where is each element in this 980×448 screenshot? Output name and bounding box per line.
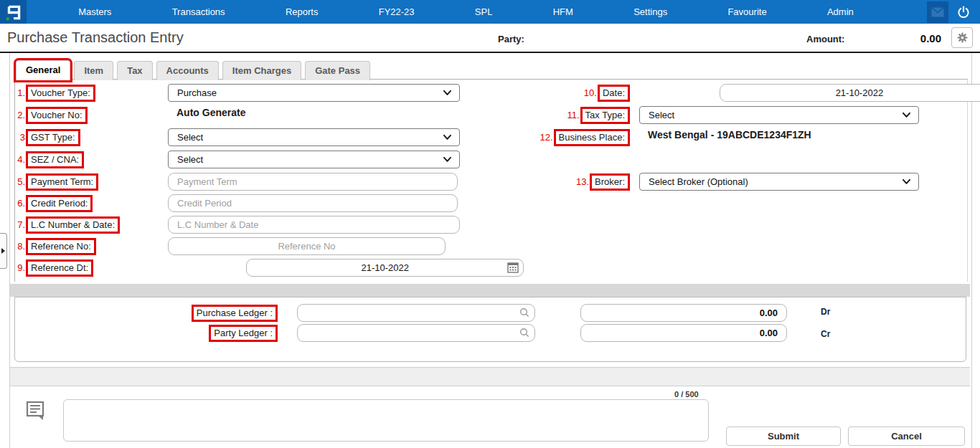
tax-type-label: Tax Type: (580, 107, 630, 124)
annotation-number-13: 13. (576, 176, 589, 187)
reference-dt-input[interactable] (246, 259, 524, 277)
nav-item-masters[interactable]: Masters (78, 6, 111, 17)
lc-number-date-label: L.C Number & Date: (26, 216, 120, 234)
nav-item-transactions[interactable]: Transactions (172, 6, 225, 17)
business-place-label: Business Place: (554, 129, 631, 146)
tab-gate-pass[interactable]: Gate Pass (305, 61, 370, 80)
tab-item[interactable]: Item (74, 61, 113, 80)
chevron-down-icon (902, 178, 911, 185)
tab-accounts[interactable]: Accounts (156, 61, 219, 80)
nav-item-hfm[interactable]: HFM (553, 6, 573, 17)
form-row-4: 4. SEZ / CNA: Select (15, 151, 967, 168)
voucher-no-wrap: Auto Generate (168, 106, 460, 119)
purchase-ledger-search-input[interactable] (297, 304, 535, 322)
voucher-type-value: Purchase (177, 87, 217, 98)
business-place-wrap: West Bengal - 19ABCDE1234F1ZH (639, 128, 919, 141)
tab-item-charges[interactable]: Item Charges (222, 61, 301, 80)
payment-term-label: Payment Term: (26, 173, 98, 191)
party-ledger-label: Party Ledger : (209, 325, 278, 342)
annotation-number-11: 11. (567, 110, 579, 120)
cancel-button[interactable]: Cancel (848, 426, 965, 446)
purchase-ledger-label-wrap: Purchase Ledger : (192, 304, 278, 322)
purchase-ledger-amount-input[interactable] (580, 304, 787, 322)
mail-icon (931, 7, 944, 17)
broker-select[interactable]: Select Broker (Optional) (639, 173, 919, 191)
credit-period-input[interactable] (168, 194, 458, 212)
form-row-7: 7. L.C Number & Date: (15, 216, 967, 234)
nav-right-icons (927, 1, 980, 23)
comment-icon (24, 399, 47, 421)
nav-item-settings[interactable]: Settings (633, 6, 667, 17)
page-title: Purchase Transaction Entry (7, 29, 184, 46)
settings-button[interactable] (951, 27, 973, 48)
party-ledger-label-wrap: Party Ledger : (209, 324, 278, 342)
submit-button[interactable]: Submit (726, 426, 841, 446)
general-tab-panel: 1. Voucher Type: Purchase 10. Date: (14, 79, 968, 282)
business-place-value: West Bengal - 19ABCDE1234F1ZH (639, 129, 811, 140)
cr-label: Cr (821, 329, 830, 339)
app-logo[interactable] (0, 0, 27, 24)
gear-icon (956, 32, 969, 44)
annotation-number-9: 9. (17, 262, 25, 273)
amount-value: 0.00 (920, 32, 941, 44)
form-row-6: 6. Credit Period: (15, 194, 967, 212)
char-counter: 0 / 500 (674, 390, 699, 399)
date-label: Date: (598, 85, 630, 102)
side-panel-toggle[interactable] (0, 233, 7, 269)
remarks-textarea[interactable] (63, 399, 709, 442)
tab-bar: General Item Tax Accounts Item Charges G… (16, 60, 370, 80)
form-row-3: 3 GST Type: Select 12. Business Place: W… (15, 128, 967, 146)
tab-tax[interactable]: Tax (117, 61, 152, 80)
logout-button[interactable] (954, 3, 973, 22)
broker-label-group: 13. Broker: (576, 173, 630, 191)
chevron-down-icon (443, 90, 452, 96)
tax-type-label-group: 11. Tax Type: (567, 106, 630, 124)
expand-arrow-icon (1, 248, 5, 254)
nav-item-fy22-23[interactable]: FY22-23 (379, 6, 415, 17)
purchase-ledger-label: Purchase Ledger : (192, 305, 278, 322)
gst-type-select[interactable]: Select (168, 128, 460, 146)
nav-item-spl[interactable]: SPL (475, 6, 493, 17)
tab-general[interactable]: General (16, 60, 70, 80)
annotation-number-3: 3 (17, 132, 25, 143)
business-place-label-group: 12. Business Place: (540, 128, 630, 146)
annotation-number-8: 8. (17, 241, 25, 252)
lc-number-date-input[interactable] (168, 216, 460, 234)
annotation-number-1: 1. (17, 87, 25, 98)
nav-item-reports[interactable]: Reports (286, 6, 319, 17)
gst-type-value: Select (177, 132, 203, 143)
party-ledger-amount-input[interactable] (580, 324, 787, 342)
party-ledger-search-input[interactable] (297, 324, 535, 342)
party-ledger-search-wrap (297, 324, 535, 342)
sez-cna-select[interactable]: Select (168, 151, 460, 168)
broker-label: Broker: (590, 173, 630, 191)
reference-no-input[interactable] (168, 237, 446, 255)
tax-type-select[interactable]: Select (639, 106, 919, 124)
ledger-section: Purchase Ledger : Dr Party Ledger : Cr (14, 297, 966, 362)
voucher-no-label: Voucher No: (26, 107, 88, 124)
nav-item-favourite[interactable]: Favourite (727, 6, 766, 17)
page-header: Purchase Transaction Entry Party: Amount… (0, 24, 980, 53)
reference-no-label: Reference No: (26, 238, 96, 255)
footer-divider-band (10, 367, 970, 386)
date-input[interactable] (720, 84, 980, 102)
payment-term-input[interactable] (168, 173, 458, 191)
nav-item-admin[interactable]: Admin (827, 6, 854, 17)
payment-term-wrap (168, 173, 458, 191)
form-row-1: 1. Voucher Type: Purchase 10. Date: (15, 84, 967, 102)
credit-period-label: Credit Period: (26, 195, 93, 212)
remarks-icon-wrap (24, 399, 47, 424)
section-divider-bar (10, 284, 970, 297)
annotation-number-4: 4. (17, 154, 25, 165)
amount-label: Amount: (806, 34, 844, 44)
form-row-2: 2. Voucher No: Auto Generate 11. Tax Typ… (15, 106, 967, 124)
sez-cna-value: Select (177, 154, 203, 165)
dr-label: Dr (821, 307, 830, 317)
credit-period-wrap (168, 194, 458, 212)
form-row-9: 9. Reference Dt: (15, 259, 967, 277)
voucher-type-select[interactable]: Purchase (168, 84, 460, 102)
date-label-group: 10. Date: (584, 84, 630, 102)
annotation-number-10: 10. (584, 87, 597, 98)
mail-button[interactable] (927, 1, 948, 23)
chevron-down-icon (902, 112, 911, 118)
